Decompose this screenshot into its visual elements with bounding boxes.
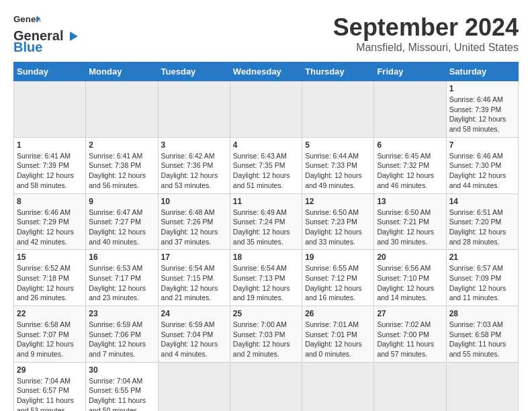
calendar-week-row: 1Sunrise: 6:41 AMSunset: 7:39 PMDaylight… [14, 137, 519, 193]
cell-info: Sunrise: 6:51 AMSunset: 7:20 PMDaylight:… [449, 208, 515, 247]
calendar-week-row: 29Sunrise: 7:04 AMSunset: 6:57 PMDayligh… [14, 362, 519, 411]
cell-info: Sunrise: 7:01 AMSunset: 7:01 PMDaylight:… [305, 320, 371, 359]
calendar-cell: 19Sunrise: 6:55 AMSunset: 7:12 PMDayligh… [302, 250, 374, 306]
cell-info: Sunrise: 6:59 AMSunset: 7:06 PMDaylight:… [89, 320, 154, 359]
cell-info: Sunrise: 6:48 AMSunset: 7:26 PMDaylight:… [161, 208, 227, 247]
calendar-cell: 1Sunrise: 6:46 AMSunset: 7:39 PMDaylight… [446, 81, 518, 138]
day-number: 9 [89, 197, 154, 206]
day-number: 19 [305, 253, 371, 262]
calendar-cell: 21Sunrise: 6:57 AMSunset: 7:09 PMDayligh… [446, 250, 518, 306]
calendar-cell: 1Sunrise: 6:41 AMSunset: 7:39 PMDaylight… [14, 137, 86, 193]
cell-info: Sunrise: 6:50 AMSunset: 7:21 PMDaylight:… [377, 208, 443, 247]
calendar-cell: 8Sunrise: 6:46 AMSunset: 7:29 PMDaylight… [14, 193, 86, 250]
cell-info: Sunrise: 6:55 AMSunset: 7:12 PMDaylight:… [305, 263, 371, 303]
logo-text-blue: Blue [13, 40, 42, 55]
logo-arrow-icon [64, 30, 79, 42]
calendar-cell: 5Sunrise: 6:44 AMSunset: 7:33 PMDaylight… [302, 137, 374, 193]
calendar-cell: 24Sunrise: 6:59 AMSunset: 7:04 PMDayligh… [158, 306, 230, 363]
title-area: September 2024 Mansfield, Missouri, Unit… [333, 13, 519, 54]
day-number: 16 [89, 253, 154, 262]
cell-info: Sunrise: 6:57 AMSunset: 7:09 PMDaylight:… [449, 263, 515, 303]
cell-info: Sunrise: 6:42 AMSunset: 7:36 PMDaylight:… [161, 151, 227, 191]
calendar-week-row: 15Sunrise: 6:52 AMSunset: 7:18 PMDayligh… [14, 250, 519, 306]
cell-info: Sunrise: 6:59 AMSunset: 7:04 PMDaylight:… [161, 320, 227, 359]
calendar-cell: 10Sunrise: 6:48 AMSunset: 7:26 PMDayligh… [158, 193, 230, 250]
day-number: 3 [161, 140, 227, 150]
calendar-cell [14, 81, 86, 138]
calendar-cell: 25Sunrise: 7:00 AMSunset: 7:03 PMDayligh… [230, 306, 302, 363]
day-number: 8 [17, 197, 83, 206]
calendar-cell: 4Sunrise: 6:43 AMSunset: 7:35 PMDaylight… [230, 137, 302, 193]
calendar-cell: 17Sunrise: 6:54 AMSunset: 7:15 PMDayligh… [158, 250, 230, 306]
cell-info: Sunrise: 6:46 AMSunset: 7:29 PMDaylight:… [17, 208, 83, 247]
calendar-cell: 28Sunrise: 7:03 AMSunset: 6:58 PMDayligh… [446, 306, 518, 363]
calendar-cell [302, 81, 374, 138]
calendar-week-row: 8Sunrise: 6:46 AMSunset: 7:29 PMDaylight… [14, 193, 519, 250]
cell-info: Sunrise: 7:04 AMSunset: 6:55 PMDaylight:… [89, 376, 154, 411]
day-number: 4 [233, 140, 299, 150]
cell-info: Sunrise: 6:44 AMSunset: 7:33 PMDaylight:… [305, 151, 371, 191]
calendar-cell: 15Sunrise: 6:52 AMSunset: 7:18 PMDayligh… [14, 250, 86, 306]
page-title: September 2024 [333, 13, 519, 42]
day-number: 28 [449, 309, 515, 318]
calendar-day-header: Tuesday [158, 62, 230, 81]
day-number: 25 [233, 309, 299, 318]
day-number: 10 [161, 197, 227, 206]
calendar-cell: 12Sunrise: 6:50 AMSunset: 7:23 PMDayligh… [302, 193, 374, 250]
day-number: 11 [233, 197, 299, 206]
calendar-cell [374, 81, 446, 138]
calendar-week-row: 1Sunrise: 6:46 AMSunset: 7:39 PMDaylight… [14, 81, 519, 138]
calendar-cell: 3Sunrise: 6:42 AMSunset: 7:36 PMDaylight… [158, 137, 230, 193]
day-number: 27 [377, 309, 443, 318]
calendar-cell [86, 81, 158, 138]
calendar-cell: 2Sunrise: 6:41 AMSunset: 7:38 PMDaylight… [86, 137, 158, 193]
calendar-cell: 13Sunrise: 6:50 AMSunset: 7:21 PMDayligh… [374, 193, 446, 250]
calendar-cell [158, 81, 230, 138]
day-number: 22 [17, 309, 83, 318]
calendar-cell: 14Sunrise: 6:51 AMSunset: 7:20 PMDayligh… [446, 193, 518, 250]
calendar-cell: 27Sunrise: 7:02 AMSunset: 7:00 PMDayligh… [374, 306, 446, 363]
day-number: 7 [449, 140, 515, 150]
calendar-cell [230, 362, 302, 411]
cell-info: Sunrise: 6:46 AMSunset: 7:30 PMDaylight:… [449, 151, 515, 191]
calendar-day-header: Saturday [446, 62, 518, 81]
svg-marker-2 [70, 32, 78, 41]
calendar-day-header: Monday [86, 62, 158, 81]
day-number: 15 [17, 253, 83, 262]
calendar-cell: 11Sunrise: 6:49 AMSunset: 7:24 PMDayligh… [230, 193, 302, 250]
calendar-cell: 7Sunrise: 6:46 AMSunset: 7:30 PMDaylight… [446, 137, 518, 193]
day-number: 1 [449, 84, 515, 93]
cell-info: Sunrise: 6:45 AMSunset: 7:32 PMDaylight:… [377, 151, 443, 191]
cell-info: Sunrise: 7:00 AMSunset: 7:03 PMDaylight:… [233, 320, 299, 359]
day-number: 2 [89, 140, 154, 150]
calendar-day-header: Wednesday [230, 62, 302, 81]
day-number: 29 [17, 365, 83, 375]
day-number: 18 [233, 253, 299, 262]
day-number: 21 [449, 253, 515, 262]
day-number: 20 [377, 253, 443, 262]
svg-text:General: General [13, 14, 40, 24]
cell-info: Sunrise: 6:54 AMSunset: 7:13 PMDaylight:… [233, 263, 299, 303]
day-number: 24 [161, 309, 227, 318]
cell-info: Sunrise: 6:41 AMSunset: 7:38 PMDaylight:… [89, 151, 154, 191]
day-number: 12 [305, 197, 371, 206]
cell-info: Sunrise: 7:02 AMSunset: 7:00 PMDaylight:… [377, 320, 443, 359]
calendar-body: 1Sunrise: 6:46 AMSunset: 7:39 PMDaylight… [14, 81, 519, 412]
cell-info: Sunrise: 6:53 AMSunset: 7:17 PMDaylight:… [89, 263, 154, 303]
calendar-day-header: Thursday [302, 62, 374, 81]
day-number: 1 [17, 140, 83, 150]
calendar-cell [230, 81, 302, 138]
calendar-cell: 16Sunrise: 6:53 AMSunset: 7:17 PMDayligh… [86, 250, 158, 306]
cell-info: Sunrise: 6:52 AMSunset: 7:18 PMDaylight:… [17, 263, 83, 303]
day-number: 30 [89, 365, 154, 375]
calendar-day-header: Friday [374, 62, 446, 81]
calendar-table: SundayMondayTuesdayWednesdayThursdayFrid… [13, 62, 519, 411]
calendar-cell [158, 362, 230, 411]
logo: General General Blue [13, 13, 81, 55]
cell-info: Sunrise: 6:56 AMSunset: 7:10 PMDaylight:… [377, 263, 443, 303]
cell-info: Sunrise: 6:49 AMSunset: 7:24 PMDaylight:… [233, 208, 299, 247]
calendar-cell: 30Sunrise: 7:04 AMSunset: 6:55 PMDayligh… [86, 362, 158, 411]
calendar-cell [446, 362, 518, 411]
calendar-cell: 29Sunrise: 7:04 AMSunset: 6:57 PMDayligh… [14, 362, 86, 411]
logo-svg: General [13, 13, 40, 27]
